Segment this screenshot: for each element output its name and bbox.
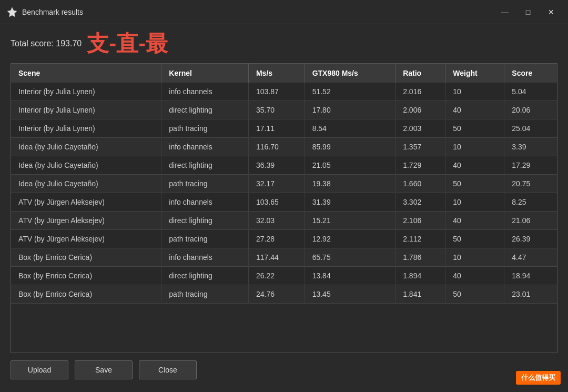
table-row: Box (by Enrico Cerica)info channels117.4…	[11, 248, 557, 267]
table-cell: 4.47	[504, 248, 557, 267]
table-cell: 2.112	[395, 230, 445, 248]
table-cell: Box (by Enrico Cerica)	[11, 267, 161, 285]
table-cell: 10	[445, 83, 504, 101]
svg-marker-0	[7, 7, 17, 17]
table-cell: Idea (by Julio Cayetaño)	[11, 138, 161, 156]
table-cell: 36.39	[248, 156, 305, 175]
table-cell: 31.39	[305, 193, 395, 212]
col-header-scene: Scene	[11, 64, 161, 83]
table-row: Interior (by Julia Lynen)path tracing17.…	[11, 119, 557, 138]
table-header-row: Scene Kernel Ms/s GTX980 Ms/s Ratio Weig…	[11, 64, 557, 83]
table-cell: 26.22	[248, 267, 305, 285]
table-cell: 1.729	[395, 156, 445, 175]
table-cell: path tracing	[161, 285, 249, 304]
table-cell: Box (by Enrico Cerica)	[11, 248, 161, 267]
window-title: Benchmark results	[22, 8, 494, 16]
table-cell: 32.03	[248, 212, 305, 230]
table-cell: 5.04	[504, 83, 557, 101]
table-cell: 2.106	[395, 212, 445, 230]
table-row: Box (by Enrico Cerica)path tracing24.761…	[11, 285, 557, 304]
table-cell: 3.302	[395, 193, 445, 212]
table-cell: 1.660	[395, 175, 445, 193]
table-cell: 40	[445, 101, 504, 119]
content-area: Total score: 193.70 支-直-最 Scene Kernel M…	[0, 24, 568, 392]
table-cell: 13.84	[305, 267, 395, 285]
table-cell: ATV (by Jürgen Aleksejev)	[11, 230, 161, 248]
table-row: Interior (by Julia Lynen)direct lighting…	[11, 101, 557, 119]
table-cell: 25.04	[504, 119, 557, 138]
table-cell: 19.38	[305, 175, 395, 193]
overlay-watermark-text: 支-直-最	[87, 33, 168, 55]
total-score-text: Total score: 193.70	[11, 39, 82, 48]
table-cell: Interior (by Julia Lynen)	[11, 83, 161, 101]
upload-button[interactable]: Upload	[11, 360, 68, 379]
table-cell: info channels	[161, 138, 249, 156]
table-cell: 117.44	[248, 248, 305, 267]
table-cell: 50	[445, 285, 504, 304]
table-cell: 17.11	[248, 119, 305, 138]
results-table: Scene Kernel Ms/s GTX980 Ms/s Ratio Weig…	[11, 64, 557, 304]
table-cell: 18.94	[504, 267, 557, 285]
minimize-button[interactable]: —	[494, 4, 515, 20]
table-cell: Idea (by Julio Cayetaño)	[11, 175, 161, 193]
table-cell: 103.87	[248, 83, 305, 101]
table-cell: 50	[445, 175, 504, 193]
table-row: Idea (by Julio Cayetaño)direct lighting3…	[11, 156, 557, 175]
table-cell: 20.06	[504, 101, 557, 119]
col-header-weight: Weight	[445, 64, 504, 83]
table-cell: 50	[445, 119, 504, 138]
results-table-wrapper: Scene Kernel Ms/s GTX980 Ms/s Ratio Weig…	[11, 63, 557, 353]
table-cell: 1.357	[395, 138, 445, 156]
col-header-ratio: Ratio	[395, 64, 445, 83]
table-cell: 35.70	[248, 101, 305, 119]
table-cell: info channels	[161, 83, 249, 101]
button-bar: Upload Save Close	[11, 353, 557, 384]
table-cell: 40	[445, 156, 504, 175]
table-row: ATV (by Jürgen Aleksejev)path tracing27.…	[11, 230, 557, 248]
table-cell: 21.06	[504, 212, 557, 230]
table-row: Box (by Enrico Cerica)direct lighting26.…	[11, 267, 557, 285]
table-cell: 23.01	[504, 285, 557, 304]
table-row: ATV (by Jürgen Aleksejev)direct lighting…	[11, 212, 557, 230]
table-cell: 2.003	[395, 119, 445, 138]
table-cell: Interior (by Julia Lynen)	[11, 119, 161, 138]
table-cell: 2.006	[395, 101, 445, 119]
table-cell: 27.28	[248, 230, 305, 248]
table-cell: 85.99	[305, 138, 395, 156]
table-cell: 3.39	[504, 138, 557, 156]
table-cell: 21.05	[305, 156, 395, 175]
table-body: Interior (by Julia Lynen)info channels10…	[11, 83, 557, 304]
table-cell: 2.016	[395, 83, 445, 101]
table-row: ATV (by Jürgen Aleksejev)info channels10…	[11, 193, 557, 212]
col-header-score: Score	[504, 64, 557, 83]
save-button[interactable]: Save	[75, 360, 133, 379]
table-cell: 50	[445, 230, 504, 248]
table-cell: direct lighting	[161, 156, 249, 175]
window-controls: — □ ✕	[494, 4, 562, 20]
table-cell: 24.76	[248, 285, 305, 304]
benchmark-icon	[6, 6, 18, 18]
table-cell: 17.29	[504, 156, 557, 175]
close-button[interactable]: Close	[139, 360, 197, 379]
table-cell: path tracing	[161, 175, 249, 193]
table-cell: 1.841	[395, 285, 445, 304]
col-header-gtx-mss: GTX980 Ms/s	[305, 64, 395, 83]
table-cell: info channels	[161, 248, 249, 267]
table-cell: 15.21	[305, 212, 395, 230]
maximize-button[interactable]: □	[518, 4, 539, 20]
close-window-button[interactable]: ✕	[541, 4, 562, 20]
table-cell: direct lighting	[161, 101, 249, 119]
col-header-mss: Ms/s	[248, 64, 305, 83]
table-cell: 8.25	[504, 193, 557, 212]
title-bar: Benchmark results — □ ✕	[0, 0, 568, 24]
total-score-bar: Total score: 193.70 支-直-最	[11, 33, 557, 55]
main-window: Benchmark results — □ ✕ Total score: 193…	[0, 0, 568, 392]
table-cell: 13.45	[305, 285, 395, 304]
table-cell: path tracing	[161, 119, 249, 138]
table-cell: path tracing	[161, 230, 249, 248]
table-cell: ATV (by Jürgen Aleksejev)	[11, 212, 161, 230]
table-cell: 10	[445, 193, 504, 212]
table-cell: 40	[445, 267, 504, 285]
table-cell: direct lighting	[161, 267, 249, 285]
table-row: Interior (by Julia Lynen)info channels10…	[11, 83, 557, 101]
